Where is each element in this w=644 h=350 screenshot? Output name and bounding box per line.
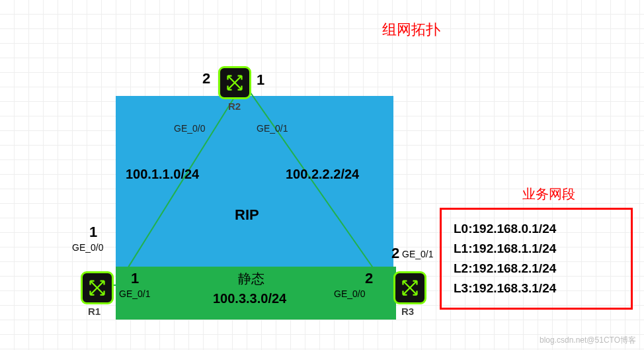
r3-port-bottom: 2 xyxy=(365,270,373,287)
r1-port-top: 1 xyxy=(89,224,97,241)
r3-ge00: GE_0/0 xyxy=(334,288,365,299)
legend-item: L1:192.168.1.1/24 xyxy=(454,239,619,259)
r2-ge01: GE_0/1 xyxy=(257,123,288,134)
router-icon xyxy=(400,278,420,298)
r2-port-right: 1 xyxy=(257,71,264,89)
net-left: 100.1.1.0/24 xyxy=(126,167,199,182)
router-icon xyxy=(87,278,107,298)
legend-item: L3:192.168.3.1/24 xyxy=(454,279,619,298)
r2-ge00: GE_0/0 xyxy=(174,123,205,134)
router-r2 xyxy=(218,66,251,99)
r2-port-left: 2 xyxy=(202,70,210,87)
diagram-title: 组网拓扑 xyxy=(382,20,440,40)
router-r3 xyxy=(393,271,426,304)
legend-box: L0:192.168.0.1/24 L1:192.168.1.1/24 L2:1… xyxy=(440,208,633,310)
router-r3-label: R3 xyxy=(401,306,414,317)
router-r1 xyxy=(81,271,114,304)
r1-port-bottom: 1 xyxy=(131,270,139,287)
proto-rip: RIP xyxy=(235,206,259,224)
router-r2-label: R2 xyxy=(228,101,241,112)
proto-static: 静态 xyxy=(238,270,264,288)
net-bottom: 100.3.3.0/24 xyxy=(213,291,286,306)
legend-title: 业务网段 xyxy=(522,185,575,203)
r1-ge00: GE_0/0 xyxy=(72,242,103,253)
watermark: blog.csdn.net@51CTO博客 xyxy=(540,335,636,346)
legend-item: L2:192.168.2.1/24 xyxy=(454,259,619,279)
r3-port-top: 2 xyxy=(391,245,399,262)
net-right: 100.2.2.2/24 xyxy=(286,167,359,182)
diagram-stage: 组网拓扑 R2 2 1 GE_0/0 GE_0/1 R1 1 GE_0/0 1 … xyxy=(0,0,644,350)
r1-ge01: GE_0/1 xyxy=(119,288,150,299)
r3-ge01: GE_0/1 xyxy=(402,249,433,259)
router-icon xyxy=(225,73,245,93)
router-r1-label: R1 xyxy=(88,306,101,317)
legend-item: L0:192.168.0.1/24 xyxy=(454,219,619,239)
